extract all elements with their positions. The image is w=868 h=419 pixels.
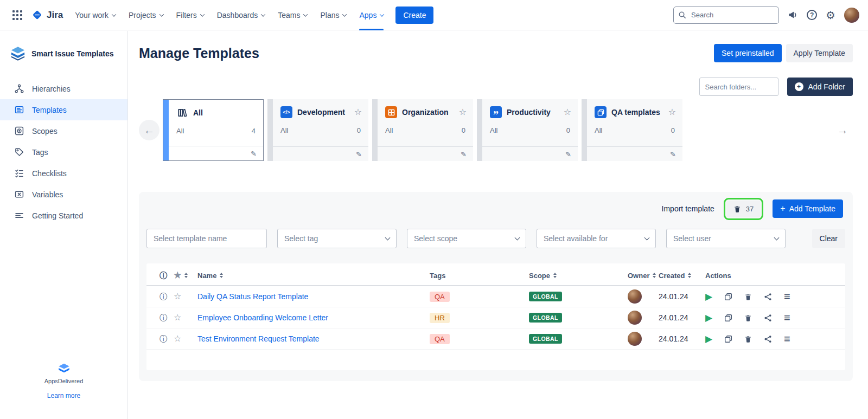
app-switcher-icon[interactable] xyxy=(9,7,26,24)
share-icon[interactable] xyxy=(764,335,772,343)
scopes-icon xyxy=(15,126,24,136)
info-icon[interactable]: ⓘ xyxy=(159,335,167,343)
search-folders-input[interactable] xyxy=(699,78,778,96)
copy-icon[interactable] xyxy=(724,293,732,301)
template-name-link[interactable]: Daily QA Status Report Template xyxy=(197,292,308,301)
learn-more-link[interactable]: Learn more xyxy=(47,392,80,399)
jira-logo[interactable]: Jira xyxy=(31,9,63,21)
clear-filters-button[interactable]: Clear xyxy=(812,229,845,248)
folder-card-development[interactable]: </> Development ☆ All 0 ✎ xyxy=(267,99,368,161)
nav-plans[interactable]: Plans xyxy=(320,0,346,30)
apply-template-button[interactable]: Apply Template xyxy=(786,44,853,62)
header-name[interactable]: Name xyxy=(197,272,430,280)
plus-icon: + xyxy=(780,204,785,213)
apply-play-icon[interactable]: ▶ xyxy=(705,292,712,301)
header-scope[interactable]: Scope xyxy=(529,272,628,280)
announcement-icon[interactable] xyxy=(788,10,798,20)
delete-trash-icon[interactable] xyxy=(744,314,752,322)
header-created[interactable]: Created xyxy=(659,272,705,280)
nav-apps[interactable]: Apps xyxy=(359,0,384,30)
favorite-star-icon[interactable]: ☆ xyxy=(174,292,181,301)
carousel-right-arrow-icon[interactable]: → xyxy=(832,120,853,140)
nav-teams[interactable]: Teams xyxy=(278,0,307,30)
owner-avatar[interactable] xyxy=(628,332,642,346)
owner-avatar[interactable] xyxy=(628,289,642,304)
nav-filters[interactable]: Filters xyxy=(176,0,204,30)
template-name-link[interactable]: Employee Onboarding Welcome Letter xyxy=(197,313,328,322)
global-search xyxy=(673,7,779,24)
favorite-star-icon[interactable]: ☆ xyxy=(668,108,676,117)
folder-card-all[interactable]: All All 4 ✎ xyxy=(163,99,264,161)
edit-folder-icon[interactable]: ✎ xyxy=(356,151,362,158)
copy-icon[interactable] xyxy=(724,335,732,343)
sidebar-item-scopes[interactable]: Scopes xyxy=(0,120,127,141)
template-name-filter[interactable] xyxy=(146,229,267,248)
add-folder-button[interactable]: + Add Folder xyxy=(787,78,853,96)
smart-issue-templates-icon xyxy=(10,46,26,61)
scope-filter-select[interactable]: Select scope xyxy=(407,229,526,248)
info-icon[interactable]: ⓘ xyxy=(159,314,167,321)
favorite-column-icon[interactable]: ★ xyxy=(174,271,181,280)
sidebar-item-getting-started[interactable]: Getting Started xyxy=(0,205,127,226)
import-template-button[interactable]: Import template xyxy=(662,204,714,213)
edit-folder-icon[interactable]: ✎ xyxy=(461,151,467,158)
search-input[interactable] xyxy=(673,7,779,24)
sidebar-menu: Hierarchies Templates Scopes Tags Checkl… xyxy=(0,78,127,226)
search-icon xyxy=(678,11,686,21)
nav-projects[interactable]: Projects xyxy=(129,0,163,30)
info-column-icon: ⓘ xyxy=(159,272,167,279)
nav-dashboards[interactable]: Dashboards xyxy=(217,0,265,30)
templates-table: ⓘ ★ Name Tags Scope Owner Created Action… xyxy=(146,263,845,370)
bulk-trash-button[interactable]: 37 xyxy=(726,201,761,217)
folder-count: 0 xyxy=(671,126,675,134)
apply-play-icon[interactable]: ▶ xyxy=(705,334,712,344)
header-owner[interactable]: Owner xyxy=(628,272,659,280)
favorite-star-icon[interactable]: ☆ xyxy=(354,108,362,117)
favorite-star-icon[interactable]: ☆ xyxy=(564,108,571,117)
share-icon[interactable] xyxy=(764,293,772,301)
settings-gear-icon[interactable]: ⚙ xyxy=(826,10,835,21)
row-menu-icon[interactable]: ≡ xyxy=(784,333,790,344)
delete-trash-icon[interactable] xyxy=(744,335,752,343)
edit-folder-icon[interactable]: ✎ xyxy=(670,151,676,158)
apply-play-icon[interactable]: ▶ xyxy=(705,313,712,323)
info-icon[interactable]: ⓘ xyxy=(159,293,167,300)
folder-selected-strip xyxy=(163,100,169,160)
favorite-star-icon[interactable]: ☆ xyxy=(459,108,467,117)
edit-folder-icon[interactable]: ✎ xyxy=(565,151,571,158)
folder-count: 4 xyxy=(252,127,256,135)
folder-card-qa-templates[interactable]: QA templates ☆ All 0 ✎ xyxy=(582,99,682,161)
sidebar: Smart Issue Templates Hierarchies Templa… xyxy=(0,31,128,419)
chevron-down-icon xyxy=(303,12,308,16)
sidebar-item-templates[interactable]: Templates xyxy=(0,99,127,120)
nav-your-work[interactable]: Your work xyxy=(75,0,116,30)
jira-logo-text: Jira xyxy=(47,10,63,21)
favorite-star-icon[interactable]: ☆ xyxy=(174,334,181,343)
favorite-star-icon[interactable]: ☆ xyxy=(174,313,181,322)
set-preinstalled-button[interactable]: Set preinstalled xyxy=(714,44,782,62)
share-icon[interactable] xyxy=(764,314,772,322)
row-menu-icon[interactable]: ≡ xyxy=(784,312,790,323)
tag-filter-select[interactable]: Select tag xyxy=(277,229,397,248)
sidebar-item-checklists[interactable]: Checklists xyxy=(0,163,127,184)
create-button[interactable]: Create xyxy=(395,7,433,24)
sidebar-item-hierarchies[interactable]: Hierarchies xyxy=(0,78,127,99)
available-for-filter-select[interactable]: Select available for xyxy=(537,229,656,248)
edit-folder-icon[interactable]: ✎ xyxy=(251,150,257,157)
delete-trash-icon[interactable] xyxy=(744,293,752,301)
folder-card-organization[interactable]: Organization ☆ All 0 ✎ xyxy=(372,99,473,161)
carousel-left-arrow-icon[interactable]: ← xyxy=(139,120,159,140)
user-filter-select[interactable]: Select user xyxy=(666,229,786,248)
add-template-button[interactable]: + Add Template xyxy=(773,199,843,218)
template-name-input[interactable] xyxy=(154,234,260,243)
sort-icon[interactable] xyxy=(184,273,188,278)
help-icon[interactable]: ? xyxy=(807,10,817,20)
owner-avatar[interactable] xyxy=(628,311,642,325)
sidebar-item-variables[interactable]: Variables xyxy=(0,184,127,205)
template-name-link[interactable]: Test Environment Request Template xyxy=(197,334,320,343)
user-avatar[interactable] xyxy=(844,8,859,23)
row-menu-icon[interactable]: ≡ xyxy=(784,291,790,302)
copy-icon[interactable] xyxy=(724,314,732,322)
sidebar-item-tags[interactable]: Tags xyxy=(0,141,127,163)
folder-card-productivity[interactable]: ” Productivity ☆ All 0 ✎ xyxy=(477,99,578,161)
